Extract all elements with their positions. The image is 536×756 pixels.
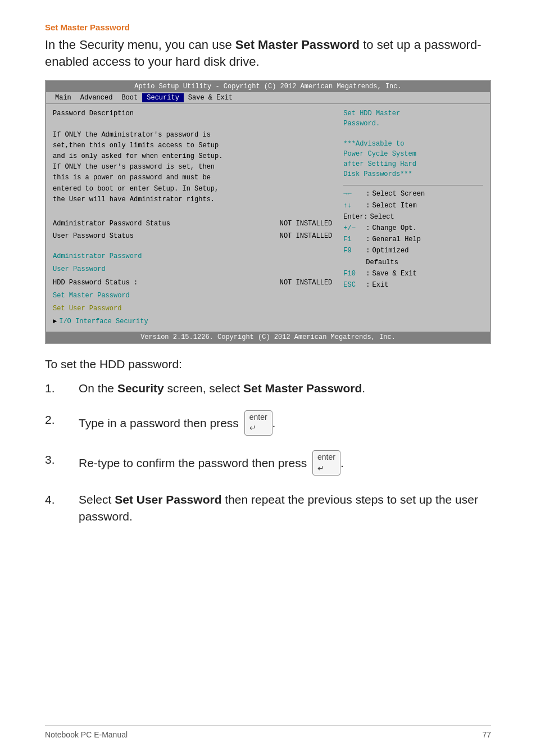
bios-menu-save-exit: Save & Exit xyxy=(184,93,237,102)
bios-left-panel: Password Description If ONLY the Adminis… xyxy=(53,108,332,327)
bios-hdd-status-row: HDD Password Status : NOT INSTALLED xyxy=(53,278,332,288)
bios-header: Aptio Setup Utility - Copyright (C) 2012… xyxy=(46,81,490,92)
bios-menubar: Main Advanced Boot Security Save & Exit xyxy=(46,92,490,104)
hint-sep4: : xyxy=(366,234,370,245)
step-1-bold-security: Security xyxy=(117,382,164,395)
step-4-number: 4. xyxy=(45,491,79,508)
hint-enter: Enter: Select xyxy=(343,212,483,223)
bios-right-hints: →← : Select Screen ↑↓ : Select Item Ente… xyxy=(343,185,483,291)
step-2-number: 2. xyxy=(45,411,79,428)
enter-arrow-icon-1: enter↵ xyxy=(249,412,267,434)
step-1-text: On the Security screen, select Set Maste… xyxy=(79,380,491,396)
bios-menu-advanced: Advanced xyxy=(76,93,117,102)
bios-body: Password Description If ONLY the Adminis… xyxy=(46,104,490,332)
instruction-heading: To set the HDD password: xyxy=(45,357,491,371)
bios-io-interface-row: ► I/O Interface Security xyxy=(53,316,332,327)
bios-menu-security: Security xyxy=(142,93,184,102)
bios-admin-status-label: Administrator Password Status xyxy=(53,219,170,229)
step-4-text: Select Set User Password then repeat the… xyxy=(79,491,491,524)
hint-sep2: : xyxy=(366,201,370,211)
hint-desc-item: Select Item xyxy=(373,201,417,211)
hint-sep6: : xyxy=(366,269,370,279)
hint-desc-esc: Exit xyxy=(373,280,389,291)
section-title: Set Master Password xyxy=(45,22,491,32)
step-2-text: Type in a password then press enter↵ . xyxy=(79,411,491,437)
hint-defaults: Defaults xyxy=(343,257,483,268)
step-1-bold-set-master: Set Master Password xyxy=(243,382,362,395)
step-3: 3. Re-type to confirm the password then … xyxy=(45,451,491,477)
hint-key-enter: Enter: xyxy=(343,212,367,223)
hint-f1: F1 : General Help xyxy=(343,234,483,245)
hint-desc-enter: Select xyxy=(370,212,394,223)
bios-arrow-pointer: ► xyxy=(53,316,57,327)
hint-f9: F9 : Optimized xyxy=(343,246,483,256)
bios-admin-password-item: Administrator Password xyxy=(53,251,332,262)
bios-admin-status-value: NOT INSTALLED xyxy=(280,219,333,229)
hint-key-f1: F1 xyxy=(343,234,364,245)
enter-key-2: enter↵ xyxy=(312,450,340,476)
bios-user-password-item: User Password xyxy=(53,264,332,275)
step-4-bold: Set User Password xyxy=(115,493,221,506)
hint-key-plusminus: +/− xyxy=(343,223,364,234)
bios-io-interface-item: I/O Interface Security xyxy=(59,316,148,327)
step-1: 1. On the Security screen, select Set Ma… xyxy=(45,380,491,396)
hint-key-f10: F10 xyxy=(343,269,364,279)
hint-sep3: : xyxy=(366,223,370,234)
bios-desc-text: If ONLY the Administrator's password is … xyxy=(53,130,332,205)
hint-desc-f10: Save & Exit xyxy=(373,269,417,279)
bios-user-status-value: NOT INSTALLED xyxy=(280,231,333,242)
bios-user-status-row: User Password Status NOT INSTALLED xyxy=(53,231,332,242)
bios-menu-main: Main xyxy=(51,93,76,102)
step-2: 2. Type in a password then press enter↵ … xyxy=(45,411,491,437)
hint-desc-f9: Optimized xyxy=(373,246,409,256)
hint-sep5: : xyxy=(366,246,370,256)
bios-footer: Version 2.15.1226. Copyright (C) 2012 Am… xyxy=(46,332,490,343)
bios-right-panel: Set HDD Master Password. ***Advisable to… xyxy=(338,108,483,327)
intro-before: In the Security menu, you can use xyxy=(45,38,235,52)
hint-change-opt: +/− : Change Opt. xyxy=(343,223,483,234)
bios-admin-status-row: Administrator Password Status NOT INSTAL… xyxy=(53,219,332,229)
bios-hdd-label: HDD Password Status : xyxy=(53,278,138,288)
bios-menu-boot: Boot xyxy=(117,93,142,102)
hint-f10: F10 : Save & Exit xyxy=(343,269,483,279)
hint-key-esc: ESC xyxy=(343,280,364,291)
bios-set-master-item: Set Master Password xyxy=(53,291,332,301)
hint-sep1: : xyxy=(366,189,370,200)
bios-set-user-item: Set User Password xyxy=(53,304,332,314)
footer-right: 77 xyxy=(482,730,491,739)
hint-select-item: ↑↓ : Select Item xyxy=(343,201,483,211)
hint-desc-defaults: Defaults xyxy=(366,257,398,268)
bios-user-status-label: User Password Status xyxy=(53,231,134,242)
intro-text: In the Security menu, you can use Set Ma… xyxy=(45,37,491,70)
footer-left: Notebook PC E-Manual xyxy=(45,730,128,739)
step-3-number: 3. xyxy=(45,451,79,468)
hint-sep7: : xyxy=(366,280,370,291)
hint-desc-f1: General Help xyxy=(373,234,421,245)
step-4: 4. Select Set User Password then repeat … xyxy=(45,491,491,524)
enter-arrow-icon-2: enter↵ xyxy=(317,452,335,474)
hint-key-updown: ↑↓ xyxy=(343,201,364,211)
bios-right-top-text: Set HDD Master Password. ***Advisable to… xyxy=(343,108,483,179)
step-3-text: Re-type to confirm the password then pre… xyxy=(79,451,491,477)
page-content: Set Master Password In the Security menu… xyxy=(45,22,491,524)
page-footer: Notebook PC E-Manual 77 xyxy=(45,725,491,739)
bios-hdd-value: NOT INSTALLED xyxy=(280,278,333,288)
hint-esc: ESC : Exit xyxy=(343,280,483,291)
hint-key-defaults xyxy=(343,257,364,268)
intro-bold: Set Master Password xyxy=(235,38,360,52)
step-1-number: 1. xyxy=(45,380,79,396)
steps-list: 1. On the Security screen, select Set Ma… xyxy=(45,380,491,524)
hint-key-f9: F9 xyxy=(343,246,364,256)
bios-screenshot: Aptio Setup Utility - Copyright (C) 2012… xyxy=(45,80,491,344)
hint-key-arrows: →← xyxy=(343,189,364,200)
hint-desc-opt: Change Opt. xyxy=(373,223,417,234)
enter-key-1: enter↵ xyxy=(244,410,272,436)
hint-desc-screen: Select Screen xyxy=(373,189,425,200)
bios-password-desc-title: Password Description xyxy=(53,108,332,119)
hint-select-screen: →← : Select Screen xyxy=(343,189,483,200)
